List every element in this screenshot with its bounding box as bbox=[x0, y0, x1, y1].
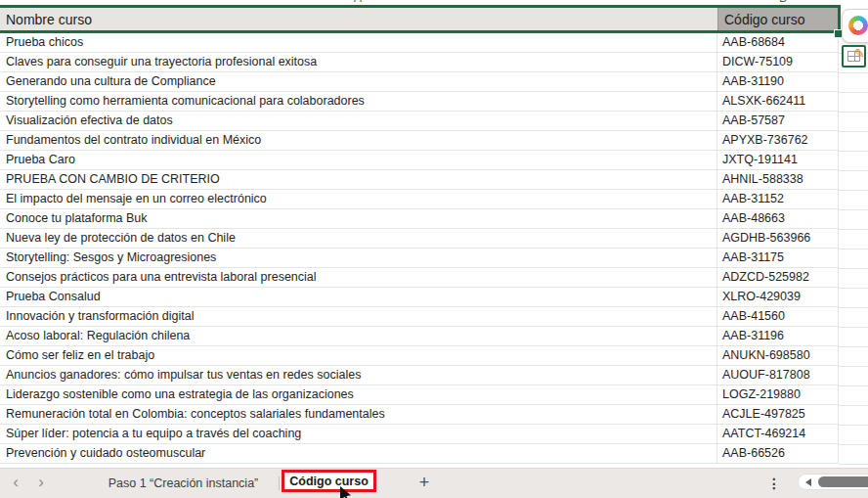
cell-nombre-curso[interactable]: Innovación y transformación digital bbox=[0, 307, 717, 327]
cell-nombre-curso[interactable]: Consejos prácticos para una entrevista l… bbox=[0, 268, 717, 288]
cell-codigo-curso[interactable]: JXTQ-191141 bbox=[717, 151, 839, 170]
cell-empty[interactable] bbox=[839, 444, 868, 465]
cell-codigo-curso[interactable]: ANUKN-698580 bbox=[717, 346, 839, 366]
table-row: Prevención y cuidado osteomuscularAAB-66… bbox=[0, 444, 868, 464]
cell-codigo-curso[interactable]: XLRO-429039 bbox=[717, 288, 839, 307]
cell-empty[interactable] bbox=[839, 112, 868, 132]
cell-nombre-curso[interactable]: Liderazgo sostenible como una estrategia… bbox=[0, 385, 717, 405]
cell-nombre-curso[interactable]: Claves para conseguir una trayectoria pr… bbox=[0, 53, 717, 72]
cell-codigo-curso[interactable]: AAB-48663 bbox=[717, 209, 839, 229]
grid-icon: ✎ bbox=[847, 51, 860, 62]
cell-empty[interactable] bbox=[839, 249, 868, 269]
cell-nombre-curso[interactable]: Prueba chicos bbox=[0, 33, 717, 53]
cell-codigo-curso[interactable]: ACJLE-497825 bbox=[717, 405, 839, 425]
table-row: Nueva ley de protección de datos en Chil… bbox=[0, 229, 868, 249]
cell-codigo-curso[interactable]: DICW-75109 bbox=[717, 53, 839, 72]
cell-nombre-curso[interactable]: El impacto del mensaje en un correo elec… bbox=[0, 190, 717, 209]
table-row: El impacto del mensaje en un correo elec… bbox=[0, 190, 868, 209]
cell-empty[interactable] bbox=[839, 346, 868, 367]
table-row: Cómo ser feliz en el trabajoANUKN-698580 bbox=[0, 346, 868, 366]
sheet-tab-bar: ‹ › Paso 1 “Creación instancia” Código c… bbox=[0, 468, 868, 498]
prev-sheet-button[interactable]: ‹ bbox=[8, 469, 23, 498]
cell-nombre-curso[interactable]: Nueva ley de protección de datos en Chil… bbox=[0, 229, 717, 249]
cell-codigo-curso[interactable]: AAB-31175 bbox=[717, 249, 839, 268]
cell-nombre-curso[interactable]: Súper líder: potencia a tu equipo a trav… bbox=[0, 425, 717, 444]
cell-codigo-curso[interactable]: AAB-31190 bbox=[717, 72, 839, 92]
cell-empty[interactable] bbox=[839, 131, 868, 152]
table-row: Súper líder: potencia a tu equipo a trav… bbox=[0, 425, 868, 444]
cell-codigo-curso[interactable]: AATCT-469214 bbox=[717, 425, 839, 444]
cell-codigo-curso[interactable]: AUOUF-817808 bbox=[717, 366, 839, 385]
cell-codigo-curso[interactable]: AAB-41560 bbox=[717, 307, 839, 327]
add-sheet-button[interactable]: + bbox=[414, 469, 434, 498]
cell-empty[interactable] bbox=[839, 425, 868, 445]
cell-codigo-curso[interactable]: AAB-66526 bbox=[717, 444, 839, 464]
cell-codigo-curso[interactable]: AAB-68684 bbox=[717, 33, 839, 53]
table-row: Visualización efectiva de datosAAB-57587 bbox=[0, 112, 868, 131]
cell-empty[interactable] bbox=[839, 307, 868, 328]
cell-empty[interactable] bbox=[839, 366, 868, 386]
cell-nombre-curso[interactable]: Fundamentos del contrato individual en M… bbox=[0, 131, 717, 151]
cell-empty[interactable] bbox=[839, 72, 868, 93]
cell-nombre-curso[interactable]: Visualización efectiva de datos bbox=[0, 112, 717, 131]
cell-codigo-curso[interactable]: ALSXK-662411 bbox=[717, 92, 839, 112]
cell-codigo-curso[interactable]: AHNIL-588338 bbox=[717, 170, 839, 190]
table-row: Liderazgo sostenible como una estrategia… bbox=[0, 385, 868, 405]
cell-nombre-curso[interactable]: Prevención y cuidado osteomuscular bbox=[0, 444, 717, 464]
cell-empty[interactable] bbox=[839, 190, 868, 210]
sheet-tab-codigo-curso[interactable]: Código curso bbox=[282, 470, 376, 492]
table-row: Claves para conseguir una trayectoria pr… bbox=[0, 53, 868, 72]
table-row: Acoso laboral: Regulación chilenaAAB-311… bbox=[0, 327, 868, 346]
cell-nombre-curso[interactable]: Prueba Caro bbox=[0, 151, 717, 170]
cell-empty[interactable] bbox=[839, 92, 868, 113]
spreadsheet-app: A B Nombre curso Código curso Prueba chi… bbox=[0, 0, 868, 498]
pen-icon: ✎ bbox=[854, 47, 865, 60]
table-row: Prueba chicosAAB-68684 bbox=[0, 33, 868, 53]
cell-empty[interactable] bbox=[839, 229, 868, 249]
cell-empty[interactable] bbox=[839, 327, 868, 347]
cell-empty[interactable] bbox=[839, 209, 868, 230]
more-menu-icon[interactable]: ⋮ bbox=[767, 469, 781, 498]
cell-empty[interactable] bbox=[839, 151, 868, 171]
cell-nombre-curso[interactable]: Cómo ser feliz en el trabajo bbox=[0, 346, 717, 366]
table-row: Prueba CaroJXTQ-191141 bbox=[0, 151, 868, 170]
cell-nombre-curso[interactable]: Anuncios ganadores: cómo impulsar tus ve… bbox=[0, 366, 717, 385]
cell-codigo-curso[interactable]: AAB-57587 bbox=[717, 112, 839, 131]
cell-empty[interactable] bbox=[839, 385, 868, 406]
cell-nombre-curso[interactable]: Prueba Consalud bbox=[0, 288, 717, 307]
table-row: Storytelling: Sesgos y MicroagresionesAA… bbox=[0, 249, 868, 268]
table-row: Prueba ConsaludXLRO-429039 bbox=[0, 288, 868, 307]
cell-nombre-curso[interactable]: Conoce tu plataforma Buk bbox=[0, 209, 717, 229]
cell-empty[interactable] bbox=[839, 288, 868, 308]
selection-border-top bbox=[0, 5, 841, 8]
next-sheet-button[interactable]: › bbox=[33, 469, 49, 498]
cell-nombre-curso[interactable]: PRUEBA CON CAMBIO DE CRITERIO bbox=[0, 170, 717, 190]
table-row: Generando una cultura de ComplianceAAB-3… bbox=[0, 72, 868, 92]
cell-nombre-curso[interactable]: Storytelling: Sesgos y Microagresiones bbox=[0, 249, 717, 268]
cell-nombre-curso[interactable]: Generando una cultura de Compliance bbox=[0, 72, 717, 92]
horizontal-scrollbar[interactable] bbox=[798, 474, 868, 490]
cell-nombre-curso[interactable]: Remuneración total en Colombia: concepto… bbox=[0, 405, 717, 425]
scrollbar-thumb[interactable] bbox=[818, 476, 868, 487]
cell-empty[interactable] bbox=[839, 170, 868, 191]
header-cell-codigo-curso[interactable]: Código curso bbox=[717, 8, 839, 31]
copilot-button[interactable] bbox=[842, 9, 868, 43]
cell-nombre-curso[interactable]: Acoso laboral: Regulación chilena bbox=[0, 327, 717, 346]
cell-codigo-curso[interactable]: AAB-31152 bbox=[717, 190, 839, 209]
sheet-tab-paso-1[interactable]: Paso 1 “Creación instancia” bbox=[88, 469, 279, 498]
cell-empty[interactable] bbox=[839, 405, 868, 426]
cell-codigo-curso[interactable]: APYXB-736762 bbox=[717, 131, 839, 151]
quick-analysis-button[interactable]: ✎ bbox=[842, 45, 866, 68]
cell-empty[interactable] bbox=[839, 268, 868, 289]
table-row: Consejos prácticos para una entrevista l… bbox=[0, 268, 868, 288]
scroll-left-icon[interactable] bbox=[805, 478, 811, 486]
header-cell-nombre-curso[interactable]: Nombre curso bbox=[0, 8, 717, 31]
cell-codigo-curso[interactable]: ADZCD-525982 bbox=[717, 268, 839, 288]
cell-codigo-curso[interactable]: AGDHB-563966 bbox=[717, 229, 839, 249]
cell-codigo-curso[interactable]: LOGZ-219880 bbox=[717, 385, 839, 405]
cell-codigo-curso[interactable]: AAB-31196 bbox=[717, 327, 839, 346]
table-row: Storytelling como herramienta comunicaci… bbox=[0, 92, 868, 112]
cell-nombre-curso[interactable]: Storytelling como herramienta comunicaci… bbox=[0, 92, 717, 112]
table-row: PRUEBA CON CAMBIO DE CRITERIOAHNIL-58833… bbox=[0, 170, 868, 190]
table-row: Fundamentos del contrato individual en M… bbox=[0, 131, 868, 151]
